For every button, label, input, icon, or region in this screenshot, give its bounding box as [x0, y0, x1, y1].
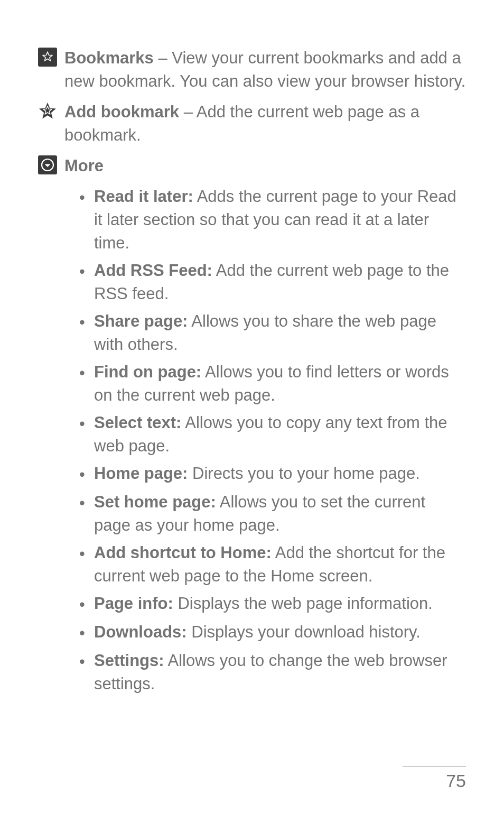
entry-text: Bookmarks – View your current bookmarks …	[64, 47, 466, 93]
list-item-text: Set home page: Allows you to set the cur…	[94, 491, 466, 537]
list-item-text: Page info: Displays the web page informa…	[94, 592, 466, 615]
list-item-title: Read it later:	[94, 187, 193, 206]
list-item-title: Home page:	[94, 464, 188, 483]
list-item: • Downloads: Displays your download hist…	[79, 621, 466, 645]
list-item-title: Find on page:	[94, 363, 201, 381]
bookmarks-list-icon	[38, 48, 57, 67]
list-item-desc: Displays the web page information.	[173, 594, 433, 613]
entry-title: Add bookmark	[64, 103, 179, 121]
list-item-title: Page info:	[94, 594, 173, 613]
entry-title: Bookmarks	[64, 49, 154, 67]
list-item-title: Settings:	[94, 651, 164, 670]
list-item: • Select text: Allows you to copy any te…	[79, 411, 466, 458]
list-item-title: Downloads:	[94, 623, 187, 641]
list-item: • Home page: Directs you to your home pa…	[79, 462, 466, 486]
list-item-desc: Directs you to your home page.	[188, 464, 419, 483]
list-item-title: Set home page:	[94, 493, 216, 511]
doc-entry: More	[38, 154, 466, 178]
list-item: • Add shortcut to Home: Add the shortcut…	[79, 541, 466, 588]
bullet: •	[79, 411, 94, 436]
bullet: •	[79, 491, 94, 515]
list-item-title: Select text:	[94, 413, 181, 432]
list-item-text: Select text: Allows you to copy any text…	[94, 411, 466, 458]
bullet: •	[79, 185, 94, 209]
list-item: • Find on page: Allows you to find lette…	[79, 360, 466, 407]
list-item: • Settings: Allows you to change the web…	[79, 649, 466, 696]
more-list: • Read it later: Adds the current page t…	[79, 185, 466, 696]
bullet: •	[79, 259, 94, 283]
page-number-region: 75	[403, 766, 466, 791]
list-item-text: Add RSS Feed: Add the current web page t…	[94, 259, 466, 306]
list-item-text: Add shortcut to Home: Add the shortcut f…	[94, 541, 466, 588]
bullet: •	[79, 310, 94, 334]
entry-sep: –	[179, 103, 197, 121]
list-item: • Set home page: Allows you to set the c…	[79, 491, 466, 537]
list-item-text: Downloads: Displays your download histor…	[94, 621, 466, 644]
bullet: •	[79, 621, 94, 645]
bullet: •	[79, 592, 94, 616]
entry-text: Add bookmark – Add the current web page …	[64, 100, 466, 147]
list-item-text: Home page: Directs you to your home page…	[94, 462, 466, 485]
page-number-rule	[403, 766, 466, 766]
doc-entry: Add bookmark – Add the current web page …	[38, 100, 466, 147]
list-item: • Share page: Allows you to share the we…	[79, 310, 466, 356]
list-item: • Page info: Displays the web page infor…	[79, 592, 466, 616]
bullet: •	[79, 541, 94, 566]
list-item-title: Add RSS Feed:	[94, 261, 212, 280]
list-item: • Read it later: Adds the current page t…	[79, 185, 466, 255]
list-item-text: Find on page: Allows you to find letters…	[94, 360, 466, 407]
doc-entry: Bookmarks – View your current bookmarks …	[38, 47, 466, 93]
bullet: •	[79, 360, 94, 385]
list-item-title: Share page:	[94, 312, 188, 330]
page-number: 75	[403, 771, 466, 791]
entry-title: More	[64, 156, 104, 175]
entry-text: More	[64, 154, 466, 178]
svg-rect-0	[38, 48, 57, 67]
list-item: • Add RSS Feed: Add the current web page…	[79, 259, 466, 306]
bullet: •	[79, 649, 94, 673]
more-dropdown-icon	[38, 155, 57, 174]
list-item-desc: Displays your download history.	[187, 623, 421, 641]
add-bookmark-star-icon	[38, 101, 57, 121]
list-item-text: Settings: Allows you to change the web b…	[94, 649, 466, 696]
list-item-text: Read it later: Adds the current page to …	[94, 185, 466, 255]
entry-sep: –	[154, 49, 172, 67]
list-item-text: Share page: Allows you to share the web …	[94, 310, 466, 356]
bullet: •	[79, 462, 94, 486]
list-item-title: Add shortcut to Home:	[94, 543, 272, 562]
